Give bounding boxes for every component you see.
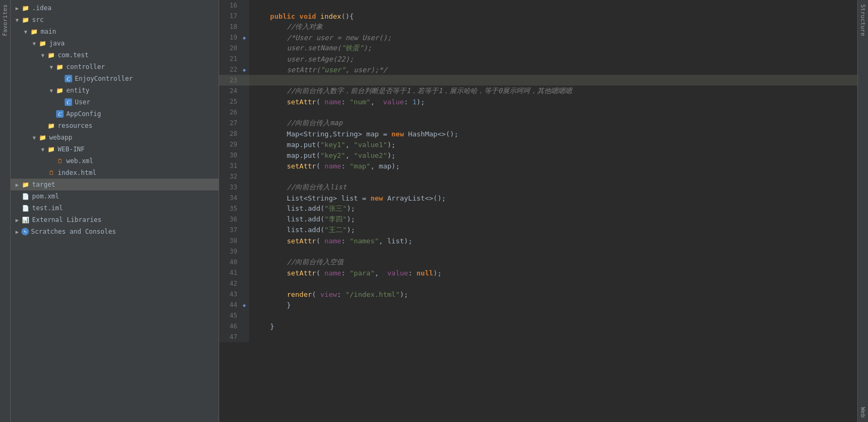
tree-item-controller[interactable]: ▼ 📁 controller <box>11 61 219 73</box>
line-num-17: 17 <box>219 12 239 20</box>
code-line-30: map.put("key2", "value2"); <box>249 150 857 160</box>
tree-item-src[interactable]: ▼ 📁 src <box>11 14 219 26</box>
tree-item-idea[interactable]: ▶ 📁 .idea <box>11 2 219 14</box>
class-icon-appconfig: C <box>56 110 64 118</box>
margin-row-31: 31 <box>219 160 249 171</box>
code-line-34: List<String> list = new ArrayList<>(); <box>249 193 857 203</box>
tree-item-appconfig[interactable]: C AppConfig <box>11 108 219 120</box>
line-num-37: 37 <box>219 226 239 234</box>
tree-item-scratches[interactable]: ▶ ✎ Scratches and Consoles <box>11 226 219 237</box>
favorites-tab[interactable]: Favorites <box>0 0 10 41</box>
arrow-scratches: ▶ <box>13 229 21 235</box>
tree-item-resources[interactable]: 📁 resources <box>11 120 219 132</box>
margin-row-29: 29 <box>219 139 249 150</box>
label-pomxml: pom.xml <box>32 193 214 200</box>
tree-item-pomxml[interactable]: 📄 pom.xml <box>11 190 219 202</box>
code-line-21: user.setAge(22); <box>249 53 857 64</box>
code-text-33: //向前台传入list <box>253 182 347 192</box>
line-num-23: 23 <box>219 76 239 84</box>
tree-item-external-libs[interactable]: ▶ 📊 External Libraries <box>11 214 219 226</box>
lib-icon: 📊 <box>21 216 30 224</box>
label-webapp: webapp <box>49 134 214 141</box>
line-num-40: 40 <box>219 258 239 266</box>
code-line-27: //向前台传入map <box>249 118 857 128</box>
label-webinf: WEB-INF <box>58 145 214 153</box>
arrow-src: ▼ <box>13 17 21 23</box>
line-num-47: 47 <box>219 333 239 341</box>
code-text-21: user.setAge(22); <box>253 55 354 63</box>
code-text-20: user.setName("铁蛋"); <box>253 43 372 53</box>
line-num-45: 45 <box>219 312 239 319</box>
label-appconfig: AppConfig <box>66 110 214 118</box>
code-line-28: Map<String,String> map = new HashMap<>()… <box>249 128 857 139</box>
tree-item-user[interactable]: C User <box>11 96 219 108</box>
margin-row-40: 40 <box>219 257 249 267</box>
line-num-29: 29 <box>219 141 239 148</box>
margin-row-27: 27 <box>219 118 249 128</box>
line-num-21: 21 <box>219 55 239 63</box>
folder-icon-main: 📁 <box>30 27 38 36</box>
line-num-38: 38 <box>219 237 239 244</box>
tree-item-entity[interactable]: ▼ 📁 entity <box>11 85 219 96</box>
code-text-24: //向前台传入数字，前台判断是否等于1，若等于1，展示哈哈，等于0展示呵呵，其他… <box>253 86 572 96</box>
code-text-43: render( view: "/index.html"); <box>253 290 408 298</box>
line-num-31: 31 <box>219 162 239 170</box>
label-target: target <box>32 181 214 188</box>
margin-row-43: 43 <box>219 289 249 300</box>
label-webxml: web.xml <box>66 157 214 165</box>
line-num-42: 42 <box>219 280 239 287</box>
code-line-37: list.add("王二"); <box>249 225 857 235</box>
margin-row-45: 45 <box>219 310 249 321</box>
margin-row-37: 37 <box>219 225 249 235</box>
web-tab[interactable]: Web <box>858 403 868 422</box>
line-num-26: 26 <box>219 109 239 116</box>
code-line-32 <box>249 171 857 182</box>
html-icon-indexhtml: 🗒 <box>47 168 56 177</box>
folder-icon-controller: 📁 <box>56 63 64 71</box>
editor-inner: 16 17 18 19 ◆ 20 21 <box>219 0 857 342</box>
line-num-24: 24 <box>219 87 239 95</box>
margin-row-23: 23 <box>219 75 249 86</box>
tree-item-enjoy-controller[interactable]: C EnjoyController <box>11 73 219 85</box>
margin-row-41: 41 <box>219 267 249 278</box>
margin-row-24: 24 <box>219 86 249 96</box>
code-line-29: map.put("key1", "value1"); <box>249 139 857 150</box>
tree-item-java[interactable]: ▼ 📁 java <box>11 37 219 49</box>
arrow-java: ▼ <box>30 41 38 47</box>
code-text-18: //传入对象 <box>253 22 323 32</box>
code-text-46: } <box>253 323 274 331</box>
tree-item-webapp[interactable]: ▼ 📁 webapp <box>11 132 219 143</box>
code-line-18: //传入对象 <box>249 21 857 32</box>
label-controller: controller <box>66 63 214 71</box>
line-num-30: 30 <box>219 151 239 159</box>
code-line-38: setAttr( name: "names", list); <box>249 235 857 246</box>
left-sidebar-tabs: Favorites <box>0 0 11 422</box>
xml-icon-webxml: 🗒 <box>56 157 64 165</box>
margin-row-32: 32 <box>219 171 249 182</box>
arrow-webinf: ▼ <box>38 147 47 152</box>
tree-item-indexhtml[interactable]: 🗒 index.html <box>11 167 219 179</box>
code-line-41: setAttr( name: "para", value: null); <box>249 267 857 278</box>
line-num-20: 20 <box>219 44 239 52</box>
structure-tab[interactable]: Structure <box>858 0 868 41</box>
line-num-35: 35 <box>219 205 239 212</box>
editor-code-area[interactable]: public void index(){ //传入对象 /*User user … <box>249 0 857 342</box>
code-line-23 <box>249 75 857 86</box>
tree-item-testiml[interactable]: 📄 test.iml <box>11 202 219 214</box>
right-sidebar-tabs: Structure Web <box>857 0 868 422</box>
code-text-31: setAttr( name: "map", map); <box>253 162 400 170</box>
code-text-30: map.put("key2", "value2"); <box>253 151 396 159</box>
tree-item-main[interactable]: ▼ 📁 main <box>11 26 219 37</box>
tree-item-webxml[interactable]: 🗒 web.xml <box>11 155 219 167</box>
line-num-18: 18 <box>219 23 239 30</box>
line-num-33: 33 <box>219 183 239 191</box>
code-line-46: } <box>249 321 857 332</box>
arrow-main: ▼ <box>21 29 30 35</box>
code-text-29: map.put("key1", "value1"); <box>253 141 396 149</box>
tree-item-com-test[interactable]: ▼ 📁 com.test <box>11 49 219 61</box>
code-line-45 <box>249 310 857 321</box>
gutter-44: ◆ <box>239 302 249 308</box>
line-num-46: 46 <box>219 323 239 330</box>
tree-item-target[interactable]: ▶ 📁 target <box>11 179 219 190</box>
tree-item-webinf[interactable]: ▼ 📁 WEB-INF <box>11 143 219 155</box>
